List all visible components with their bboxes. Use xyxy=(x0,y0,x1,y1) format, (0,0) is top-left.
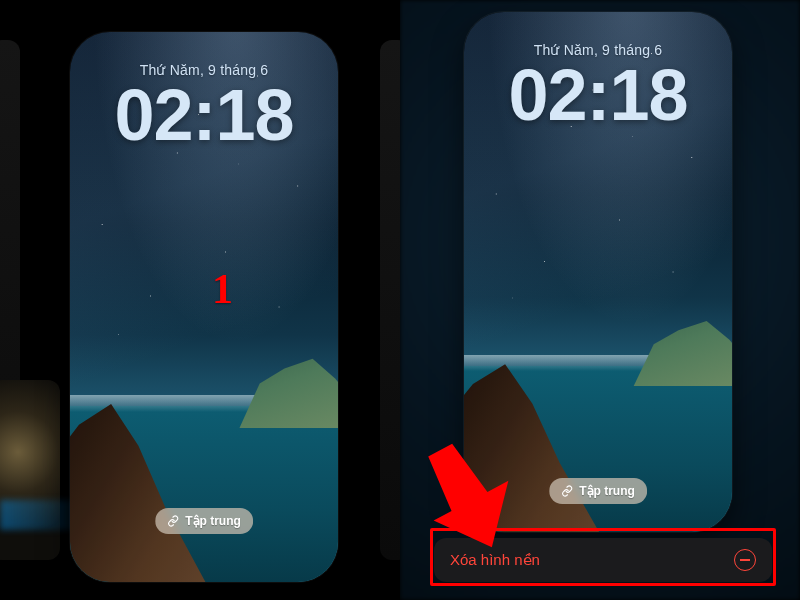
delete-wallpaper-label: Xóa hình nền xyxy=(450,551,540,569)
tutorial-canvas: Thứ Năm, 9 tháng 6 02:18 Tập trung 1 Thứ… xyxy=(0,0,800,600)
adjacent-wallpaper-left-thumb[interactable] xyxy=(0,380,60,560)
link-icon xyxy=(167,515,179,527)
lockscreen-clock: 02:18 xyxy=(70,74,338,156)
focus-chip-label: Tập trung xyxy=(579,484,635,498)
lockscreen-preview[interactable]: Thứ Năm, 9 tháng 6 02:18 Tập trung xyxy=(70,32,338,582)
step-2-pane: Thứ Năm, 9 tháng 6 02:18 Tập trung Xóa h… xyxy=(400,0,800,600)
focus-chip[interactable]: Tập trung xyxy=(155,508,253,534)
lockscreen-preview[interactable]: Thứ Năm, 9 tháng 6 02:18 Tập trung xyxy=(464,12,732,532)
lockscreen-clock: 02:18 xyxy=(464,54,732,136)
minus-circle-icon xyxy=(734,549,756,571)
focus-chip[interactable]: Tập trung xyxy=(549,478,647,504)
delete-wallpaper-button[interactable]: Xóa hình nền xyxy=(434,538,772,582)
focus-chip-label: Tập trung xyxy=(185,514,241,528)
step-1-pane: Thứ Năm, 9 tháng 6 02:18 Tập trung 1 xyxy=(0,0,400,600)
adjacent-wallpaper-right[interactable] xyxy=(380,40,400,560)
link-icon xyxy=(561,485,573,497)
